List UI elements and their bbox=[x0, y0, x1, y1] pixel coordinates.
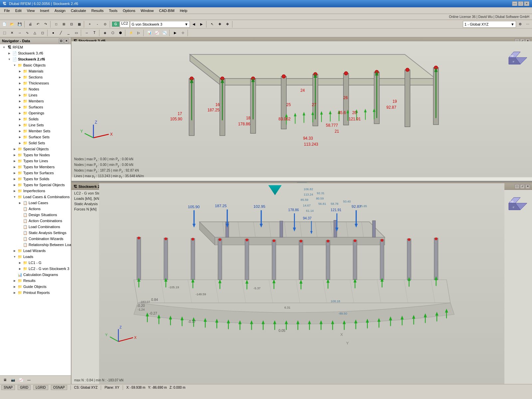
expander-solids[interactable]: ▶ bbox=[17, 116, 23, 122]
tree-item-sections[interactable]: ▶ 📁 Sections bbox=[0, 74, 71, 80]
nav-btn-line[interactable]: — bbox=[25, 376, 33, 384]
nav-close-button[interactable]: ✕ bbox=[64, 39, 69, 43]
tree-item-solids[interactable]: ▶ 📁 Solids bbox=[0, 116, 71, 122]
view-selector[interactable]: 1 - Global XYZ ▼ bbox=[463, 21, 516, 28]
expander-line-sets[interactable]: ▶ bbox=[17, 122, 23, 128]
expander-nodes[interactable]: ▶ bbox=[17, 86, 23, 92]
tree-item-types-members[interactable]: ▶ 📁 Types for Members bbox=[0, 164, 71, 170]
expander-actions[interactable] bbox=[17, 206, 23, 212]
tb-more1[interactable]: ⋯ bbox=[524, 21, 531, 28]
expander-combination-wizards[interactable] bbox=[17, 236, 23, 242]
expander-stockwerk2[interactable]: ▼ bbox=[7, 56, 12, 62]
tb-zoom-fit[interactable]: ⊙ bbox=[101, 21, 109, 28]
expander-types-nodes[interactable]: ▶ bbox=[12, 152, 17, 158]
tb-calc2[interactable]: ▷ bbox=[135, 29, 142, 37]
expander-lc1[interactable]: ▶ bbox=[17, 260, 23, 266]
expander-thicknesses[interactable]: ▶ bbox=[17, 80, 23, 86]
nav-btn-display[interactable]: 🖥 bbox=[1, 376, 9, 384]
tb-text[interactable]: T bbox=[91, 29, 98, 37]
tree-item-member-sets[interactable]: ▶ 📁 Member Sets bbox=[0, 128, 71, 134]
tree-item-surfaces[interactable]: ▶ 📁 Surfaces bbox=[0, 104, 71, 110]
maximize-button[interactable]: □ bbox=[518, 1, 523, 6]
expander-surface-sets[interactable]: ▶ bbox=[17, 134, 23, 140]
tb-member[interactable]: ⎯ bbox=[65, 29, 72, 37]
expander-rfem[interactable]: ▼ bbox=[1, 44, 7, 50]
menu-results[interactable]: Results bbox=[89, 8, 106, 13]
tb-node[interactable]: ● bbox=[50, 29, 57, 37]
tree-item-thicknesses[interactable]: ▶ 📁 Thicknesses bbox=[0, 80, 71, 86]
tb-square[interactable]: ◻ bbox=[39, 29, 46, 37]
expander-solid-sets[interactable]: ▶ bbox=[17, 140, 23, 146]
menu-window[interactable]: Window bbox=[138, 8, 156, 13]
tb-print[interactable]: 🖨 bbox=[27, 21, 34, 28]
expander-basic-objects[interactable]: ▼ bbox=[12, 62, 17, 68]
tree-item-load-cases[interactable]: ▶ 📋 Load Cases bbox=[0, 200, 71, 206]
nav-tree[interactable]: ▼ 🏗 RFEM ▶ 📄 Stockwerk 3.rf6 ▼ 📄 Stockwe… bbox=[0, 44, 71, 375]
tb-move[interactable]: ✥ bbox=[224, 21, 231, 28]
expander-special-objects[interactable]: ▶ bbox=[12, 146, 17, 152]
lgrid-button[interactable]: LGRID bbox=[33, 385, 48, 390]
tb-line[interactable]: ╱ bbox=[57, 29, 65, 37]
tree-item-types-special[interactable]: ▶ 📁 Types for Special Objects bbox=[0, 182, 71, 188]
tree-item-openings[interactable]: ▶ 📁 Openings bbox=[0, 110, 71, 116]
expander-surfaces[interactable]: ▶ bbox=[17, 104, 23, 110]
tb-dim[interactable]: ↔ bbox=[83, 29, 90, 37]
tb-select[interactable]: ↖ bbox=[208, 21, 216, 28]
tb-zoom-out[interactable]: - bbox=[94, 21, 101, 28]
expander-stockwerk3[interactable]: ▶ bbox=[7, 50, 12, 56]
grid-button[interactable]: GRID bbox=[18, 385, 31, 390]
tb-wireframe[interactable]: ⬡ bbox=[109, 29, 116, 37]
expander-lines[interactable]: ▶ bbox=[17, 92, 23, 98]
tb-cross[interactable]: ✕ bbox=[8, 29, 16, 37]
expander-member-sets[interactable]: ▶ bbox=[17, 128, 23, 134]
tb-select2[interactable]: ⬚ bbox=[1, 29, 8, 37]
tree-item-design-situations[interactable]: 📋 Design Situations bbox=[0, 212, 71, 218]
tb-view3[interactable]: ⊡ bbox=[68, 21, 75, 28]
expander-design-situations[interactable] bbox=[17, 212, 23, 218]
nav-btn-graph[interactable]: 📈 bbox=[17, 376, 25, 384]
lc-selector[interactable]: LC2 bbox=[120, 21, 130, 28]
tree-item-materials[interactable]: ▶ 📁 Materials bbox=[0, 68, 71, 74]
expander-guide-objects[interactable]: ▶ bbox=[12, 284, 17, 290]
menu-calculate[interactable]: Calculate bbox=[68, 8, 89, 13]
tb-snap1[interactable]: ⊹ bbox=[179, 29, 187, 37]
expander-action-combinations[interactable] bbox=[17, 218, 23, 224]
tb-solid[interactable]: ⬢ bbox=[117, 29, 124, 37]
tb-arrow[interactable]: → bbox=[16, 29, 23, 37]
tb-surface[interactable]: ▭ bbox=[72, 29, 80, 37]
menu-tools[interactable]: Tools bbox=[106, 8, 120, 13]
tb-settings[interactable]: ⚙ bbox=[516, 21, 524, 28]
tree-item-special-objects[interactable]: ▶ 📁 Special Objects bbox=[0, 146, 71, 152]
tree-item-types-surfaces[interactable]: ▶ 📁 Types for Surfaces bbox=[0, 170, 71, 176]
menu-help[interactable]: Help bbox=[177, 8, 190, 13]
tb-add[interactable]: ✚ bbox=[216, 21, 223, 28]
menu-edit[interactable]: Edit bbox=[13, 8, 24, 13]
tb-zoom-in[interactable]: + bbox=[86, 21, 93, 28]
tree-item-loads[interactable]: ▼ 📁 Loads bbox=[0, 254, 71, 260]
expander-materials[interactable]: ▶ bbox=[17, 68, 23, 74]
expander-members[interactable]: ▶ bbox=[17, 98, 23, 104]
tb-view1[interactable]: □ bbox=[53, 21, 60, 28]
tb-nav-prev[interactable]: ◀ bbox=[190, 21, 198, 28]
tree-item-printout[interactable]: ▶ 📁 Printout Reports bbox=[0, 290, 71, 296]
tb-animate[interactable]: ▶ bbox=[172, 29, 179, 37]
osnap-button[interactable]: OSNAP bbox=[51, 385, 67, 390]
tree-item-stockwerk3[interactable]: ▶ 📄 Stockwerk 3.rf6 bbox=[0, 50, 71, 56]
tree-item-load-wizards[interactable]: ▶ 📁 Load Wizards bbox=[0, 248, 71, 254]
tree-item-results[interactable]: ▶ 📁 Results bbox=[0, 278, 71, 284]
viewport-bottom[interactable]: 🏗 Stockwerk 2.rf6 □ ⤢ ✕ LC2 - G von Stoc… bbox=[71, 183, 532, 384]
tb-view4[interactable]: ▦ bbox=[75, 21, 83, 28]
tree-item-solid-sets[interactable]: ▶ 📁 Solid Sets bbox=[0, 140, 71, 146]
view-cube-top[interactable]: -Y top bbox=[502, 46, 527, 71]
expander-loads[interactable]: ▼ bbox=[12, 254, 17, 260]
tb-curve[interactable]: ∿ bbox=[24, 29, 31, 37]
tree-item-imperfections[interactable]: ▶ 📁 Imperfections bbox=[0, 188, 71, 194]
expander-lc2[interactable]: ▶ bbox=[17, 266, 23, 272]
tree-item-rfem[interactable]: ▼ 🏗 RFEM bbox=[0, 44, 71, 50]
tree-item-load-combinations[interactable]: 📋 Load Combinations bbox=[0, 224, 71, 230]
nav-float-button[interactable]: ⊡ bbox=[59, 39, 64, 43]
expander-load-combinations[interactable] bbox=[17, 224, 23, 230]
tree-item-stockwerk2[interactable]: ▼ 📄 Stockwerk 2.rf6 bbox=[0, 56, 71, 62]
tree-item-relationship-loads[interactable]: 📋 Relationship Between Load Cases bbox=[0, 242, 71, 248]
tb-open[interactable]: 📂 bbox=[8, 21, 16, 28]
